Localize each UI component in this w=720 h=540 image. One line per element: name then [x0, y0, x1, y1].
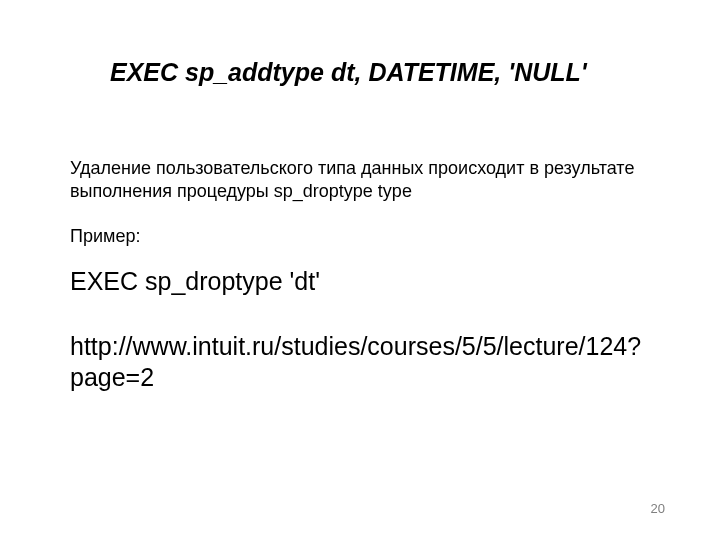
slide-title: EXEC sp_addtype dt, DATETIME, 'NULL' — [110, 58, 650, 87]
code-example: EXEC sp_droptype 'dt' — [70, 267, 650, 296]
example-label: Пример: — [70, 226, 650, 247]
reference-url: http://www.intuit.ru/studies/courses/5/5… — [70, 331, 650, 394]
page-number: 20 — [651, 501, 665, 516]
description-paragraph: Удаление пользовательского типа данных п… — [70, 157, 650, 204]
